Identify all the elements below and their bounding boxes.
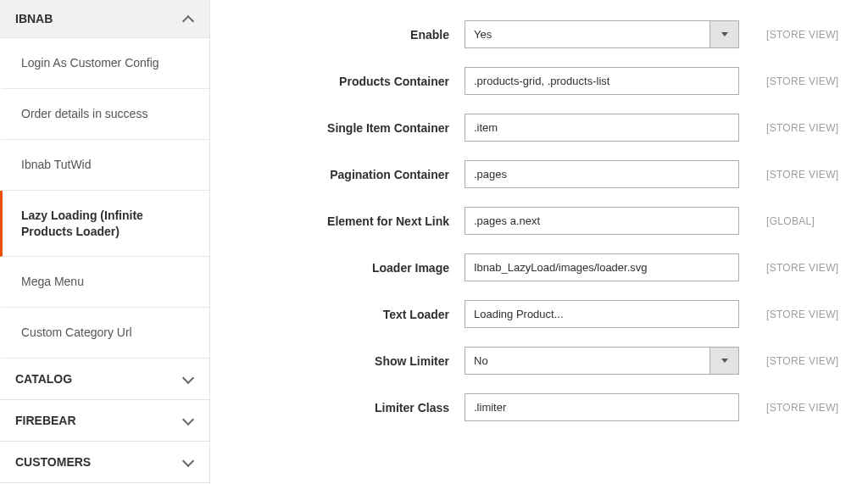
- field-row-limiter-class: Limiter Class [STORE VIEW]: [236, 393, 860, 421]
- sidebar-item-custom-category-url[interactable]: Custom Category Url: [0, 308, 209, 359]
- field-scope: [GLOBAL]: [766, 215, 860, 227]
- field-scope: [STORE VIEW]: [766, 309, 860, 320]
- caret-down-icon: [721, 32, 728, 36]
- products-container-input[interactable]: [465, 67, 739, 95]
- field-control: Yes: [465, 20, 739, 48]
- field-label: Loader Image: [236, 261, 465, 275]
- field-scope: [STORE VIEW]: [766, 355, 860, 367]
- field-control: No: [465, 347, 739, 375]
- chevron-up-icon: [182, 13, 194, 25]
- sidebar-section-customers[interactable]: CUSTOMERS: [0, 442, 209, 483]
- field-row-products-container: Products Container [STORE VIEW]: [236, 67, 860, 95]
- sidebar-section-label: CUSTOMERS: [15, 455, 91, 469]
- sidebar-section-label: FIREBEAR: [15, 414, 76, 427]
- field-control: [465, 393, 739, 421]
- pagination-input[interactable]: [465, 160, 739, 188]
- sidebar-section-firebear[interactable]: FIREBEAR: [0, 400, 209, 442]
- field-scope: [STORE VIEW]: [766, 122, 860, 134]
- field-control: [465, 67, 739, 95]
- caret-down-icon: [721, 359, 728, 363]
- dropdown-button[interactable]: [709, 348, 738, 374]
- sidebar-item-order-details[interactable]: Order details in success: [0, 89, 209, 140]
- field-control: [465, 114, 739, 142]
- chevron-down-icon: [182, 373, 194, 385]
- field-control: [465, 300, 739, 328]
- field-row-show-limiter: Show Limiter No [STORE VIEW]: [236, 347, 860, 375]
- field-label: Limiter Class: [236, 401, 465, 414]
- select-value: No: [465, 348, 709, 374]
- sidebar-item-lazy-loading[interactable]: Lazy Loading (Infinite Products Loader): [0, 191, 209, 258]
- field-control: [465, 207, 739, 235]
- text-loader-input[interactable]: [465, 300, 739, 328]
- field-row-pagination: Pagination Container [STORE VIEW]: [236, 160, 860, 188]
- field-label: Element for Next Link: [236, 214, 465, 228]
- field-row-text-loader: Text Loader [STORE VIEW]: [236, 300, 860, 328]
- field-scope: [STORE VIEW]: [766, 75, 860, 87]
- field-label: Products Container: [236, 75, 465, 88]
- enable-select[interactable]: Yes: [465, 20, 739, 48]
- sidebar-header-title: IBNAB: [15, 12, 53, 25]
- select-value: Yes: [465, 21, 709, 47]
- sidebar-item-ibnab-tutwid[interactable]: Ibnab TutWid: [0, 140, 209, 191]
- show-limiter-select[interactable]: No: [465, 347, 739, 375]
- sidebar-items: Login As Customer Config Order details i…: [0, 38, 209, 359]
- config-form: Enable Yes [STORE VIEW] Products Contain…: [210, 0, 868, 484]
- field-label: Text Loader: [236, 308, 465, 321]
- sidebar-section-label: CATALOG: [15, 372, 72, 386]
- field-row-single-item: Single Item Container [STORE VIEW]: [236, 114, 860, 142]
- field-scope: [STORE VIEW]: [766, 169, 860, 181]
- sidebar-section-catalog[interactable]: CATALOG: [0, 359, 209, 400]
- next-link-input[interactable]: [465, 207, 739, 235]
- dropdown-button[interactable]: [709, 21, 738, 47]
- field-label: Enable: [236, 28, 465, 42]
- sidebar-item-login-as-customer[interactable]: Login As Customer Config: [0, 38, 209, 89]
- field-row-enable: Enable Yes [STORE VIEW]: [236, 20, 860, 48]
- field-label: Single Item Container: [236, 121, 465, 135]
- chevron-down-icon: [182, 414, 194, 426]
- field-label: Pagination Container: [236, 168, 465, 181]
- field-row-loader-image: Loader Image [STORE VIEW]: [236, 253, 860, 281]
- field-control: [465, 253, 739, 281]
- field-label: Show Limiter: [236, 354, 465, 368]
- config-sidebar: IBNAB Login As Customer Config Order det…: [0, 0, 210, 484]
- single-item-input[interactable]: [465, 114, 739, 142]
- chevron-down-icon: [182, 456, 194, 468]
- field-row-next-link: Element for Next Link [GLOBAL]: [236, 207, 860, 235]
- field-scope: [STORE VIEW]: [766, 262, 860, 274]
- field-scope: [STORE VIEW]: [766, 402, 860, 414]
- field-scope: [STORE VIEW]: [766, 29, 860, 41]
- limiter-class-input[interactable]: [465, 393, 739, 421]
- sidebar-section-ibnab[interactable]: IBNAB: [0, 0, 209, 38]
- sidebar-item-mega-menu[interactable]: Mega Menu: [0, 257, 209, 308]
- loader-image-input[interactable]: [465, 253, 739, 281]
- field-control: [465, 160, 739, 188]
